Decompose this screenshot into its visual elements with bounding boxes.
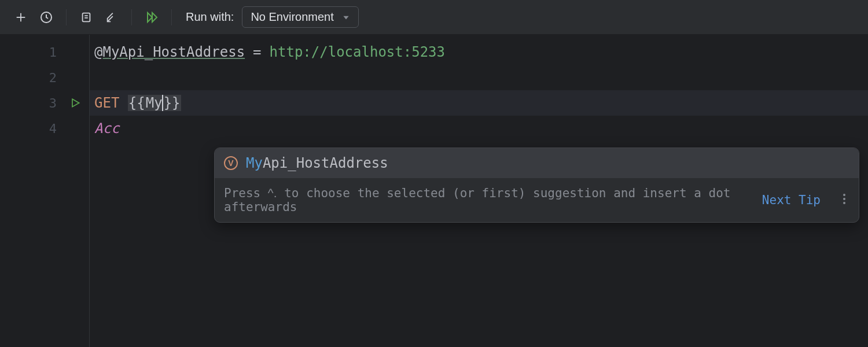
gutter: 1 2 3 4 [0, 35, 90, 347]
equals: = [253, 44, 261, 60]
line-number: 4 [49, 121, 57, 136]
line-number: 1 [49, 45, 57, 60]
autocomplete-popup: V MyApi_HostAddress Press ^. to choose t… [214, 147, 859, 223]
run-all-icon[interactable] [141, 7, 162, 28]
structure-icon[interactable] [76, 7, 97, 28]
toolbar-divider [171, 9, 172, 25]
run-with-label: Run with: [186, 10, 234, 24]
open-braces: {{ [128, 95, 146, 111]
import-icon[interactable] [101, 7, 122, 28]
svg-marker-7 [148, 13, 152, 22]
tip-text: Press ^. to choose the selected (or firs… [224, 186, 756, 214]
more-icon[interactable] [839, 193, 849, 208]
environment-selector[interactable]: No Environment [242, 6, 358, 28]
keyboard-shortcut: ^. [268, 186, 277, 200]
line-number: 2 [49, 71, 57, 85]
svg-marker-9 [343, 16, 348, 19]
code-line[interactable]: @MyApi_HostAddress=http://localhost:5233 [90, 39, 868, 65]
typed-text: My [146, 95, 163, 111]
autocomplete-match: My [246, 155, 263, 171]
environment-selected-label: No Environment [251, 10, 333, 24]
gutter-row: 3 [0, 90, 89, 116]
chevron-down-icon [342, 13, 350, 21]
variable-definition: MyApi_HostAddress [102, 44, 245, 60]
at-sign: @ [94, 44, 102, 60]
svg-marker-10 [72, 99, 79, 106]
code-line[interactable] [90, 65, 868, 90]
http-method: GET [94, 95, 119, 111]
run-line-icon[interactable] [69, 97, 81, 109]
line-number: 3 [49, 96, 57, 110]
autocomplete-text: MyApi_HostAddress [246, 155, 388, 171]
add-icon[interactable] [10, 7, 31, 28]
url-value: http://localhost:5233 [270, 44, 445, 60]
toolbar-divider [131, 9, 132, 25]
toolbar: Run with: No Environment [0, 0, 868, 35]
gutter-row: 2 [0, 65, 89, 90]
history-icon[interactable] [36, 7, 57, 28]
code-line-active[interactable]: GET {{My}} [90, 90, 868, 116]
next-tip-link[interactable]: Next Tip [762, 193, 821, 207]
header-name: Acc [94, 120, 119, 136]
autocomplete-tip: Press ^. to choose the selected (or firs… [215, 178, 859, 222]
svg-point-12 [843, 198, 845, 200]
code-area[interactable]: @MyApi_HostAddress=http://localhost:5233… [90, 35, 868, 347]
gutter-row: 1 [0, 39, 89, 65]
variable-icon: V [224, 156, 238, 170]
gutter-row: 4 [0, 116, 89, 141]
code-line[interactable]: Acc [90, 116, 868, 141]
autocomplete-rest: Api_HostAddress [263, 155, 388, 171]
svg-point-11 [843, 194, 845, 196]
svg-point-13 [843, 202, 845, 204]
toolbar-divider [66, 9, 67, 25]
editor: 1 2 3 4 @MyApi_HostAddress=http://localh… [0, 35, 868, 347]
close-braces: }} [163, 95, 181, 111]
autocomplete-item[interactable]: V MyApi_HostAddress [215, 148, 859, 178]
